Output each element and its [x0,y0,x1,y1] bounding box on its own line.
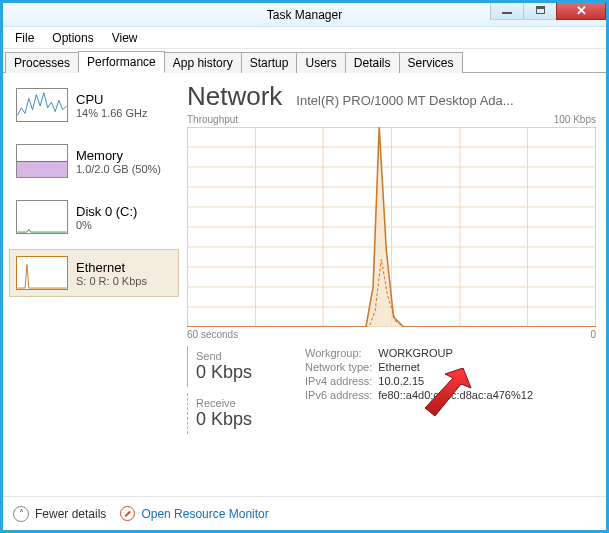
chevron-up-icon: ˄ [13,506,29,522]
tab-performance[interactable]: Performance [78,51,165,73]
tab-details[interactable]: Details [345,52,400,73]
footer-bar: ˄ Fewer details Open Resource Monitor [3,496,606,530]
sidebar-disk-sub: 0% [76,219,137,231]
receive-label: Receive [196,397,287,409]
menu-view[interactable]: View [104,29,146,47]
receive-block: Receive 0 Kbps [187,393,287,434]
detail-row-network-type: Network type: Ethernet [305,360,539,374]
menu-options[interactable]: Options [44,29,101,47]
menu-bar: File Options View [3,27,606,49]
axis-left: 60 seconds [187,329,238,340]
tab-strip: Processes Performance App history Startu… [3,49,606,73]
tab-users[interactable]: Users [296,52,345,73]
open-resource-monitor-link[interactable]: Open Resource Monitor [120,506,268,521]
sidebar-item-disk[interactable]: Disk 0 (C:) 0% [9,193,179,241]
detail-row-workgroup: Workgroup: WORKGROUP [305,346,539,360]
send-value: 0 Kbps [196,362,287,383]
cpu-thumbnail [16,88,68,122]
sidebar-item-ethernet[interactable]: Ethernet S: 0 R: 0 Kbps [9,249,179,297]
panel-heading: Network [187,81,282,112]
sidebar-ethernet-title: Ethernet [76,260,147,275]
receive-value: 0 Kbps [196,409,287,430]
sidebar-memory-title: Memory [76,148,161,163]
main-panel: Network Intel(R) PRO/1000 MT Desktop Ada… [183,77,604,496]
sidebar-disk-title: Disk 0 (C:) [76,204,137,219]
network-details-area: Send 0 Kbps Receive 0 Kbps Workgroup: WO… [187,346,596,434]
throughput-chart [187,127,596,327]
memory-thumbnail [16,144,68,178]
minimize-icon [502,12,512,14]
chart-label-left: Throughput [187,114,238,125]
disk-thumbnail [16,200,68,234]
maximize-button[interactable] [523,0,557,20]
send-label: Send [196,350,287,362]
sidebar-cpu-sub: 14% 1.66 GHz [76,107,148,119]
menu-file[interactable]: File [7,29,42,47]
sidebar-memory-sub: 1.0/2.0 GB (50%) [76,163,161,175]
tab-processes[interactable]: Processes [5,52,79,73]
sidebar-item-memory[interactable]: Memory 1.0/2.0 GB (50%) [9,137,179,185]
sidebar-ethernet-sub: S: 0 R: 0 Kbps [76,275,147,287]
send-block: Send 0 Kbps [187,346,287,387]
content-area: CPU 14% 1.66 GHz Memory 1.0/2.0 GB (50%)… [3,73,606,496]
open-resource-monitor-label: Open Resource Monitor [141,507,268,521]
close-icon: ✕ [576,3,587,18]
window-controls: ✕ [491,0,606,20]
detail-row-ipv6: IPv6 address: fe80::a4d0:c16c:d8ac:a476%… [305,388,539,402]
sidebar-item-cpu[interactable]: CPU 14% 1.66 GHz [9,81,179,129]
fewer-details-button[interactable]: ˄ Fewer details [13,506,106,522]
detail-row-ipv4: IPv4 address: 10.0.2.15 [305,374,539,388]
tab-startup[interactable]: Startup [241,52,298,73]
maximize-icon [536,6,545,14]
fewer-details-label: Fewer details [35,507,106,521]
performance-sidebar: CPU 14% 1.66 GHz Memory 1.0/2.0 GB (50%)… [5,77,183,496]
sidebar-cpu-title: CPU [76,92,148,107]
minimize-button[interactable] [490,0,524,20]
ethernet-thumbnail [16,256,68,290]
resource-monitor-icon [120,506,135,521]
adapter-name: Intel(R) PRO/1000 MT Desktop Ada... [296,93,596,108]
title-bar: Task Manager ✕ [3,3,606,27]
tab-services[interactable]: Services [399,52,463,73]
tab-app-history[interactable]: App history [164,52,242,73]
axis-right: 0 [590,329,596,340]
chart-label-right: 100 Kbps [554,114,596,125]
close-button[interactable]: ✕ [556,0,606,20]
